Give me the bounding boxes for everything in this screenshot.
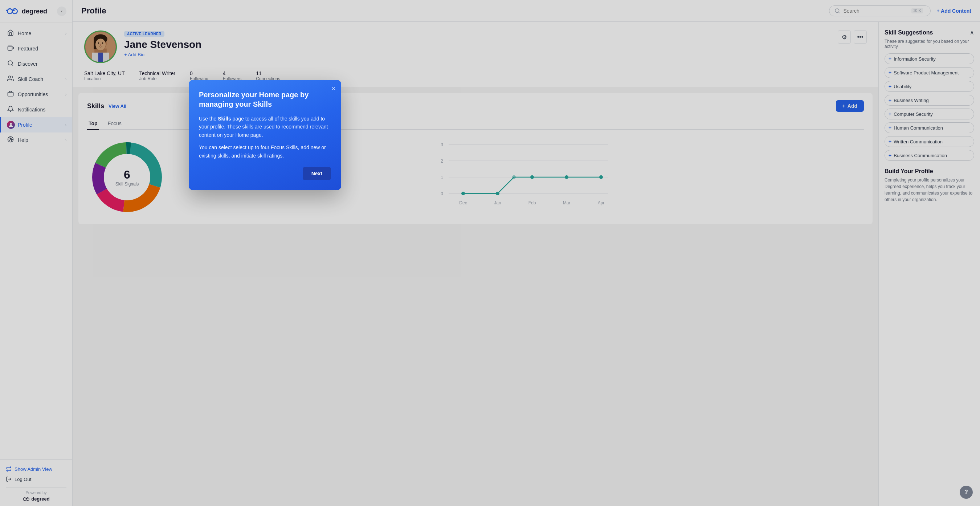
modal-next-label: Next — [312, 170, 322, 177]
modal-body-2: You can select select up to four Focus S… — [199, 143, 331, 160]
close-icon: × — [331, 85, 336, 92]
modal-next-button[interactable]: Next — [303, 167, 331, 180]
personalize-skills-modal: × Personalize your Home page by managing… — [189, 80, 341, 190]
modal-overlay[interactable]: × Personalize your Home page by managing… — [0, 0, 980, 506]
help-question-icon: ? — [964, 489, 968, 495]
modal-body1-bold: Skills — [218, 116, 231, 122]
modal-close-button[interactable]: × — [331, 85, 336, 92]
modal-title: Personalize your Home page by managing y… — [199, 90, 331, 109]
modal-footer: Next — [199, 167, 331, 180]
help-fab-button[interactable]: ? — [960, 486, 973, 499]
modal-body-1: Use the Skills page to access all of the… — [199, 115, 331, 139]
modal-body1-pre: Use the — [199, 116, 218, 122]
